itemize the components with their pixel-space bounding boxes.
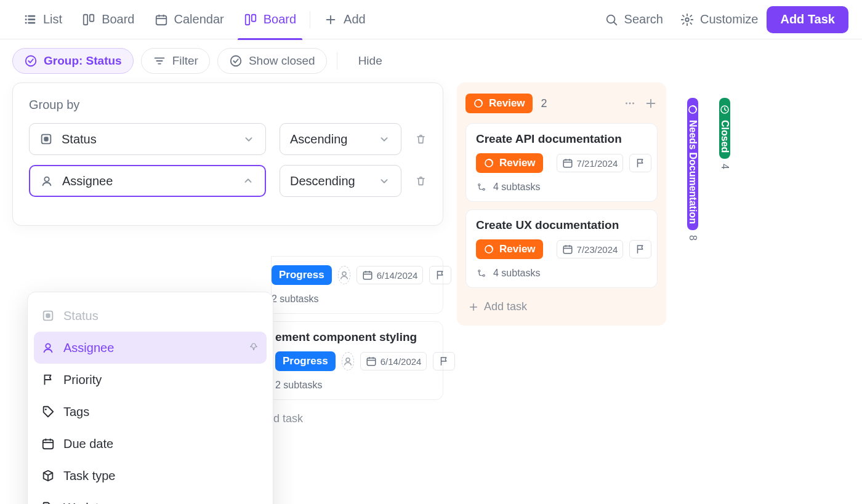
gear-icon — [680, 13, 694, 26]
assignee-empty-icon[interactable] — [338, 266, 350, 284]
calendar-icon — [155, 13, 168, 26]
dropdown-option-assignee[interactable]: Assignee — [34, 332, 267, 364]
tab-label: Board — [264, 12, 296, 26]
filter-pill[interactable]: Filter — [141, 48, 210, 74]
plus-icon — [324, 13, 337, 26]
collapsed-column-needs-doc[interactable]: Needs Documentation 8 — [680, 98, 705, 241]
tab-list[interactable]: List — [14, 0, 72, 39]
group-row: Status Ascending — [29, 123, 427, 155]
customize-label: Customize — [700, 12, 758, 26]
filter-label: Filter — [172, 54, 198, 68]
more-icon[interactable] — [623, 97, 637, 110]
hide-button[interactable]: Hide — [347, 54, 393, 68]
subtasks-count: 2 subtasks — [275, 380, 433, 391]
group-sort-value: Ascending — [290, 132, 347, 146]
trash-icon[interactable] — [415, 131, 427, 147]
tag-icon — [41, 405, 55, 418]
avatar[interactable] — [549, 154, 550, 172]
calendar-icon — [562, 158, 573, 169]
dropdown-option-work-type[interactable]: Work type — [34, 492, 267, 504]
chevron-down-icon — [377, 132, 391, 146]
flag-icon — [438, 356, 449, 367]
flag-icon — [635, 244, 646, 255]
status-chip-needs-documentation: Needs Documentation — [687, 98, 698, 230]
task-card[interactable]: Create API documentation Review 7/21/202… — [465, 123, 658, 202]
status-chip-in-progress[interactable]: Progress — [275, 351, 336, 371]
tab-board-1[interactable]: Board — [72, 0, 144, 39]
group-row: Assignee Descending — [29, 165, 427, 197]
due-date-chip[interactable]: 7/21/2024 — [557, 154, 624, 172]
add-task-inline[interactable]: d task — [271, 409, 443, 429]
column-header: Review 2 — [465, 91, 658, 116]
divider — [337, 52, 337, 70]
tab-label: Board — [102, 12, 134, 26]
group-label: Group: Status — [44, 54, 122, 68]
add-task-inline[interactable]: Add task — [465, 297, 658, 317]
calendar-icon — [562, 244, 573, 255]
add-view-button[interactable]: Add — [314, 0, 376, 39]
search-button[interactable]: Search — [596, 7, 672, 33]
task-title: Create UX documentation — [476, 218, 647, 232]
status-chip-closed: Closed — [719, 98, 730, 159]
status-chip-review[interactable]: Review — [465, 94, 533, 113]
group-field-value: Status — [62, 132, 97, 146]
priority-flag-chip[interactable] — [433, 352, 455, 370]
priority-flag-chip[interactable] — [429, 266, 451, 284]
subtasks-count: 2 subtasks — [272, 294, 433, 305]
user-icon — [40, 174, 54, 188]
due-date-chip[interactable]: 6/14/2024 — [360, 352, 427, 370]
dropdown-option-due-date[interactable]: Due date — [34, 428, 267, 460]
assignee-empty-icon[interactable] — [342, 352, 354, 370]
progress-circle-icon — [483, 244, 494, 255]
hide-label: Hide — [358, 54, 382, 68]
box-icon — [41, 469, 55, 482]
dropdown-option-status: Status — [34, 300, 267, 332]
collapsed-columns: Needs Documentation 8 Closed 4 — [680, 98, 737, 241]
group-sort-select[interactable]: Ascending — [280, 123, 401, 155]
board-icon — [82, 13, 95, 26]
group-by-heading: Group by — [29, 98, 427, 112]
add-view-label: Add — [344, 12, 366, 26]
group-sort-select[interactable]: Descending — [280, 165, 401, 197]
due-date-chip[interactable]: 7/23/2024 — [557, 240, 624, 258]
chevron-up-icon — [241, 174, 255, 188]
collapsed-column-closed[interactable]: Closed 4 — [712, 98, 737, 241]
priority-flag-chip[interactable] — [629, 154, 651, 172]
plus-icon — [468, 302, 479, 313]
chevron-down-icon — [377, 174, 391, 188]
progress-circle-icon — [483, 158, 494, 169]
group-pill[interactable]: Group: Status — [12, 48, 134, 74]
status-chip-review[interactable]: Review — [476, 153, 543, 173]
dropdown-option-tags[interactable]: Tags — [34, 396, 267, 428]
tab-board-active[interactable]: Board — [234, 0, 306, 39]
task-card[interactable]: Create UX documentation Review 7/23/2024… — [465, 209, 658, 288]
avatar[interactable] — [549, 240, 550, 258]
column-count: 4 — [719, 164, 730, 169]
task-card[interactable]: ement component styling Progress 6/14/20… — [271, 321, 443, 400]
add-task-button[interactable]: Add Task — [767, 6, 848, 33]
task-card[interactable]: Progress 6/14/2024 2 subtasks — [271, 256, 443, 314]
clock-icon — [719, 104, 730, 115]
plus-icon[interactable] — [644, 97, 658, 110]
dropdown-option-task-type[interactable]: Task type — [34, 460, 267, 492]
group-field-select[interactable]: Assignee — [29, 165, 266, 197]
divider — [310, 11, 310, 28]
priority-flag-chip[interactable] — [629, 240, 651, 258]
pin-icon[interactable] — [248, 342, 259, 353]
show-closed-pill[interactable]: Show closed — [217, 48, 327, 74]
status-chip-in-progress[interactable]: Progress — [272, 265, 332, 285]
show-closed-label: Show closed — [249, 54, 315, 68]
dropdown-option-priority[interactable]: Priority — [34, 364, 267, 396]
due-date-chip[interactable]: 6/14/2024 — [356, 266, 424, 284]
tab-label: List — [43, 12, 62, 26]
customize-button[interactable]: Customize — [672, 7, 767, 33]
status-chip-review[interactable]: Review — [476, 239, 543, 259]
subtasks-icon — [476, 268, 487, 279]
group-field-select[interactable]: Status — [29, 123, 266, 155]
tab-calendar[interactable]: Calendar — [145, 0, 234, 39]
trash-icon[interactable] — [415, 173, 427, 189]
group-field-value: Assignee — [62, 174, 113, 188]
tag-icon — [41, 501, 55, 504]
calendar-icon — [41, 437, 55, 450]
subtasks-row: 4 subtasks — [476, 182, 647, 193]
